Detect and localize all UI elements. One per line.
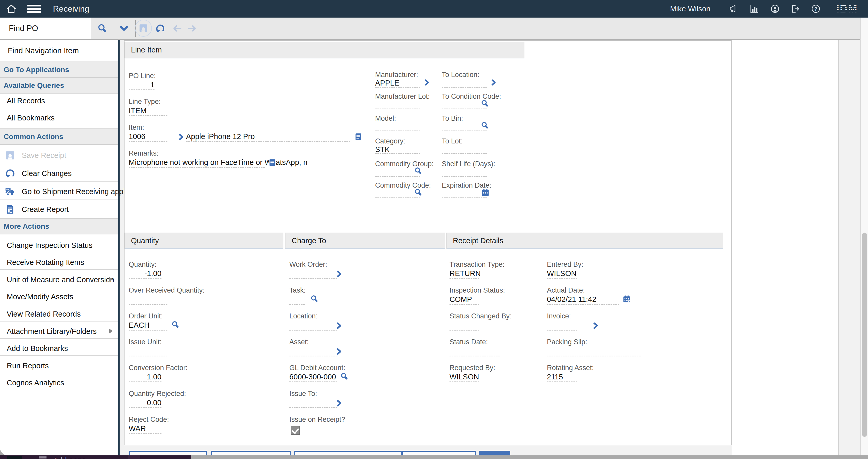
sidebar-item-cognos-analytics[interactable]: Cognos Analytics (0, 377, 118, 389)
sidebar-header-go-to-applications: Go To Applications (0, 62, 118, 78)
field-commodity-code: Commodity Code: (375, 181, 420, 198)
action-button-primary[interactable] (479, 451, 510, 455)
taskbar-strip: Add apps (0, 455, 868, 459)
field-transaction-type: Transaction Type: RETURN (450, 260, 479, 279)
lookup-magnifier-icon[interactable] (171, 320, 180, 329)
field-status-date: Status Date: (450, 338, 500, 357)
section-header-quantity: Quantity (125, 233, 283, 249)
clear-changes-icon[interactable] (155, 23, 165, 34)
user-name[interactable]: Mike Wilson (670, 0, 710, 18)
report-icon (5, 204, 16, 215)
search-icon[interactable] (97, 23, 107, 34)
action-button-1[interactable] (129, 451, 207, 455)
add-apps-label: Add apps (53, 456, 86, 459)
field-item-description: Apple iPhone 12 Pro (186, 123, 350, 142)
lookup-magnifier-icon[interactable] (480, 99, 489, 108)
field-item: Item: 1006 (129, 123, 167, 142)
field-category: Category: STK (375, 137, 420, 154)
detail-chevron-icon[interactable] (423, 79, 432, 87)
action-button-4[interactable] (402, 451, 476, 455)
sidebar-item-go-to-shipment-receiving[interactable]: Go to Shipment Receiving applic... (0, 186, 118, 197)
sidebar-item-receive-rotating-items[interactable]: Receive Rotating Items (0, 257, 118, 268)
chevron-down-icon[interactable] (119, 23, 129, 34)
sidebar-header-more-actions: More Actions (0, 218, 118, 235)
sidebar-item-create-report[interactable]: Create Report (0, 204, 118, 215)
issue-on-receipt-checkbox[interactable] (291, 426, 300, 435)
calendar-icon[interactable] (481, 188, 490, 197)
submenu-arrow-icon (109, 277, 113, 282)
long-description-icon[interactable] (268, 158, 277, 167)
sidebar-item-view-related-records[interactable]: View Related Records (0, 308, 118, 320)
field-manufacturer-lot: Manufacturer Lot: (375, 92, 420, 109)
sidebar-item-add-to-bookmarks[interactable]: Add to Bookmarks (0, 343, 118, 354)
detail-chevron-icon[interactable] (335, 322, 344, 330)
detail-chevron-icon[interactable] (490, 79, 498, 87)
lookup-magnifier-icon[interactable] (340, 372, 349, 381)
help-icon[interactable]: ? (811, 4, 821, 14)
field-inspection-status: Inspection Status: COMP (450, 286, 479, 305)
logout-icon[interactable] (790, 4, 800, 14)
field-issue-to: Issue To: (289, 389, 337, 408)
field-conversion-factor: Conversion Factor: 1.00 (129, 363, 161, 382)
home-icon[interactable] (6, 4, 17, 14)
sidebar-item-all-records[interactable]: All Records (0, 95, 118, 106)
add-apps-icon (39, 456, 46, 458)
find-navigation-input[interactable]: Find Navigation Item (0, 40, 118, 62)
sidebar-item-move-modify-assets[interactable]: Move/Modify Assets (0, 291, 118, 302)
field-asset: Asset: (289, 338, 337, 357)
detail-chevron-icon[interactable] (335, 270, 344, 279)
calendar-icon[interactable] (622, 295, 631, 303)
lookup-magnifier-icon[interactable] (414, 167, 423, 176)
lookup-magnifier-icon[interactable] (480, 121, 489, 130)
field-over-received-quantity: Over Received Quantity: (129, 286, 167, 305)
next-record-icon[interactable] (187, 23, 197, 34)
sidebar: Find Navigation Item Go To Applications … (0, 40, 120, 455)
save-icon (5, 150, 16, 161)
scrollbar-thumb[interactable] (862, 233, 867, 437)
lookup-magnifier-icon[interactable] (414, 188, 423, 197)
sidebar-header-common-actions: Common Actions (0, 128, 118, 145)
sidebar-item-run-reports[interactable]: Run Reports (0, 360, 118, 371)
field-requested-by: Requested By: WILSON (450, 363, 479, 382)
announcement-icon[interactable] (728, 4, 739, 14)
field-quantity: Quantity: -1.00 (129, 260, 161, 279)
submenu-arrow-icon (109, 329, 113, 333)
field-status-changed-by: Status Changed By: (450, 312, 479, 331)
action-button-3[interactable] (294, 451, 402, 455)
field-manufacturer: Manufacturer: APPLE (375, 70, 420, 88)
section-header-receipt-details: Receipt Details (446, 233, 723, 249)
previous-record-icon[interactable] (172, 23, 182, 34)
menu-icon[interactable] (27, 5, 41, 13)
action-button-2[interactable] (211, 451, 291, 455)
field-reject-code: Reject Code: WAR (129, 415, 161, 434)
page-scrollbar[interactable] (860, 18, 868, 455)
field-po-line: PO Line: 1 (129, 71, 154, 90)
ibm-logo: IBM (836, 4, 858, 14)
sidebar-item-unit-of-measure[interactable]: Unit of Measure and Conversion (0, 274, 118, 285)
sidebar-item-clear-changes[interactable]: Clear Changes (0, 168, 118, 179)
detail-chevron-icon[interactable] (335, 347, 344, 356)
field-to-lot: To Lot: (442, 137, 487, 154)
sidebar-item-save-receipt[interactable]: Save Receipt (0, 150, 118, 161)
lookup-magnifier-icon[interactable] (310, 295, 319, 303)
reports-chart-icon[interactable] (749, 4, 760, 14)
field-issue-on-receipt: Issue on Receipt? (289, 415, 367, 424)
app-title: Receiving (53, 0, 89, 18)
long-description-icon[interactable] (354, 132, 363, 141)
field-invoice: Invoice: (547, 312, 578, 331)
field-line-type: Line Type: ITEM (129, 97, 167, 116)
field-issue-unit: Issue Unit: (129, 338, 167, 357)
sidebar-item-change-inspection-status[interactable]: Change Inspection Status (0, 240, 118, 251)
detail-chevron-icon[interactable] (335, 399, 344, 408)
find-po-input[interactable]: Find PO (0, 18, 91, 39)
taskbar-corner-box (7, 456, 22, 459)
sidebar-item-all-bookmarks[interactable]: All Bookmarks (0, 112, 118, 124)
field-order-unit: Order Unit: EACH (129, 312, 167, 331)
detail-chevron-icon[interactable] (177, 133, 185, 142)
field-actual-date: Actual Date: 04/02/21 11:42 (547, 286, 619, 305)
detail-chevron-icon[interactable] (591, 322, 600, 330)
profile-icon[interactable] (770, 4, 780, 14)
save-receipt-button-disabled[interactable] (135, 20, 152, 37)
field-entered-by: Entered By: WILSON (547, 260, 578, 279)
sidebar-item-attachment-library[interactable]: Attachment Library/Folders (0, 326, 118, 337)
